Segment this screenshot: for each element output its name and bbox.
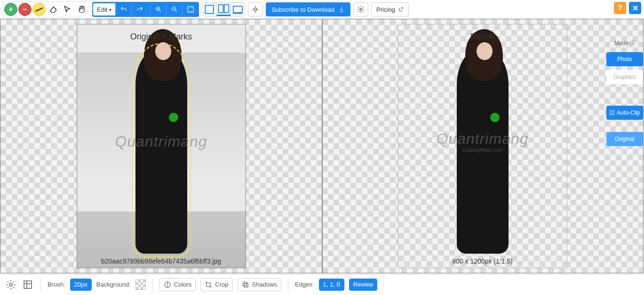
- review-button[interactable]: Review: [349, 279, 378, 291]
- top-toolbar: Edit Subscribe to Download Pricing: [3, 1, 641, 18]
- colors-tool[interactable]: Colors: [159, 278, 196, 291]
- original-panel[interactable]: Quantrimang Original + Marks b20aac9789b…: [0, 19, 322, 273]
- redo-icon[interactable]: [131, 3, 147, 16]
- svg-point-10: [9, 283, 12, 286]
- overlay-view-icon[interactable]: [231, 3, 245, 16]
- original-filename: b20aac9789bb98efe64b7435a6f6bff3.jpg: [101, 257, 221, 265]
- svg-rect-6: [233, 6, 242, 13]
- svg-rect-3: [206, 5, 214, 14]
- close-button[interactable]: ✕: [629, 2, 641, 14]
- subject-silhouette: [135, 47, 187, 254]
- view-mode-segment: [202, 2, 245, 16]
- pricing-label: Pricing: [376, 6, 395, 13]
- bottom-toolbar: Brush: 20px Background: Colors Crop Shad…: [1, 274, 643, 294]
- subject-cutout: [457, 47, 509, 254]
- canvas-area: Quantrimang Original + Marks b20aac9789b…: [0, 19, 644, 273]
- subscribe-label: Subscribe to Download: [271, 6, 334, 13]
- shadows-tool[interactable]: Shadows: [238, 278, 281, 291]
- edit-dropdown[interactable]: Edit: [93, 3, 115, 16]
- keep-mark-dot: [490, 113, 500, 122]
- svg-point-9: [360, 8, 362, 11]
- pan-tool[interactable]: [75, 3, 88, 16]
- pointer-tool[interactable]: [61, 3, 74, 16]
- background-label: Background:: [96, 281, 131, 288]
- keep-mark-dot: [169, 113, 178, 122]
- original-view-button[interactable]: Original: [606, 132, 643, 146]
- crop-label: Crop: [215, 281, 228, 288]
- colors-label: Colors: [174, 281, 192, 288]
- svg-rect-5: [224, 5, 229, 13]
- eraser-tool[interactable]: [47, 3, 60, 16]
- split-view-icon[interactable]: [216, 3, 231, 16]
- mode-photo-button[interactable]: Photo: [606, 52, 643, 66]
- original-image-frame: Quantrimang Original + Marks b20aac9789b…: [77, 24, 246, 268]
- target-size-icon[interactable]: [22, 279, 34, 291]
- settings-button[interactable]: [353, 2, 368, 16]
- auto-clip-toggle[interactable]: Auto-Clip: [606, 106, 643, 120]
- pricing-button[interactable]: Pricing: [371, 2, 409, 16]
- brush-label: Brush:: [48, 281, 65, 288]
- shadows-label: Shadows: [252, 281, 277, 288]
- brush-size-value[interactable]: 20px: [70, 279, 92, 291]
- single-view-icon[interactable]: [202, 3, 216, 16]
- edges-label: Edges:: [295, 281, 314, 288]
- svg-rect-13: [243, 282, 246, 286]
- zoom-in-icon[interactable]: [150, 3, 166, 16]
- mark-tools-group: [3, 1, 89, 17]
- result-image-frame: Quantrimang CuppingMagic.com Result 800 …: [398, 24, 567, 268]
- corner-buttons: ? ✕: [614, 2, 641, 14]
- svg-rect-11: [24, 281, 32, 288]
- keep-mark-tool[interactable]: [4, 3, 17, 16]
- edges-value[interactable]: 1, 1, 0: [319, 279, 344, 291]
- help-button[interactable]: ?: [614, 2, 626, 14]
- crop-tool[interactable]: Crop: [200, 278, 232, 291]
- edit-toolbar: Edit: [92, 2, 199, 17]
- refine-button[interactable]: [248, 2, 263, 16]
- fit-screen-icon[interactable]: [182, 3, 198, 16]
- mode-sidepanel: Mode Photo Graphics Auto-Clip Original: [606, 38, 643, 146]
- remove-mark-tool[interactable]: [18, 3, 32, 16]
- svg-rect-4: [219, 5, 223, 13]
- mode-heading: Mode: [606, 38, 643, 48]
- result-panel[interactable]: Quantrimang CuppingMagic.com Result 800 …: [322, 19, 643, 273]
- mode-graphics-button[interactable]: Graphics: [606, 70, 643, 84]
- hair-mark-tool[interactable]: [32, 3, 46, 16]
- svg-rect-2: [188, 7, 193, 12]
- app-settings-icon[interactable]: [5, 279, 17, 291]
- svg-point-8: [254, 8, 257, 11]
- undo-icon[interactable]: [115, 3, 131, 16]
- selection-outline: [132, 43, 191, 257]
- result-dimensions: 800 x 1200px (1:1.5): [452, 257, 512, 265]
- zoom-out-icon[interactable]: [166, 3, 182, 16]
- background-swatch[interactable]: [135, 279, 146, 290]
- svg-rect-14: [244, 283, 248, 287]
- subscribe-download-button[interactable]: Subscribe to Download: [266, 2, 350, 16]
